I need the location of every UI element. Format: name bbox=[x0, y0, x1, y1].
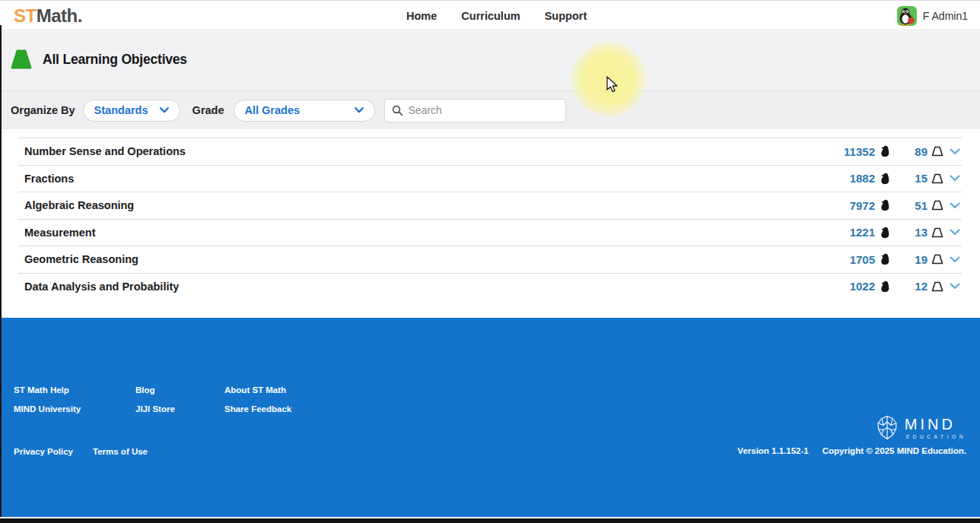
table-row[interactable]: Data Analysis and Probability 1022 12 bbox=[18, 273, 962, 300]
expand-chevron-icon[interactable] bbox=[950, 202, 960, 209]
organize-by-label: Organize By bbox=[11, 104, 75, 116]
window-edge-left bbox=[0, 25, 2, 523]
footer-column-3: About ST Math Share Feedback bbox=[224, 385, 291, 414]
table-row[interactable]: Number Sense and Operations 11352 89 bbox=[18, 138, 962, 165]
footer-link-mind-university[interactable]: MIND University bbox=[14, 404, 81, 414]
table-row[interactable]: Fractions 1882 15 bbox=[18, 165, 962, 192]
footer-link-st-math-help[interactable]: ST Math Help bbox=[14, 385, 81, 395]
mind-logo-text: MIND bbox=[905, 417, 956, 432]
objective-count: 51 bbox=[891, 199, 928, 212]
row-label: Algebraic Reasoning bbox=[18, 199, 134, 211]
footer: ST Math Help MIND University Blog JIJI S… bbox=[0, 318, 980, 517]
grade-label: Grade bbox=[192, 104, 224, 116]
mind-logo-subtext: EDUCATION bbox=[906, 434, 966, 439]
trapezoid-icon bbox=[931, 253, 944, 265]
puzzle-count: 1882 bbox=[820, 172, 875, 185]
puzzle-count: 1221 bbox=[820, 226, 875, 239]
page-title: All Learning Objectives bbox=[43, 52, 187, 68]
page-header: All Learning Objectives bbox=[0, 31, 980, 90]
row-label: Geometric Reasoning bbox=[18, 253, 138, 265]
stmath-logo[interactable]: STMath. bbox=[14, 5, 82, 27]
logo-math-text: Math. bbox=[37, 5, 82, 26]
expand-chevron-icon[interactable] bbox=[950, 283, 960, 290]
row-label: Number Sense and Operations bbox=[18, 145, 186, 157]
nav-link-home[interactable]: Home bbox=[406, 10, 437, 22]
jiji-penguin-icon bbox=[879, 253, 891, 265]
expand-chevron-icon[interactable] bbox=[950, 175, 960, 182]
nav-links: Home Curriculum Support bbox=[406, 1, 587, 31]
learning-objective-trapezoid-icon bbox=[11, 49, 32, 69]
jiji-penguin-icon bbox=[879, 227, 891, 239]
mind-brain-icon bbox=[875, 415, 899, 441]
search-icon bbox=[392, 105, 403, 116]
puzzle-count: 1705 bbox=[820, 253, 875, 266]
mind-education-logo: MIND EDUCATION bbox=[875, 415, 966, 441]
table-row[interactable]: Algebraic Reasoning 7972 51 bbox=[18, 192, 962, 219]
objective-count: 89 bbox=[891, 145, 928, 158]
expand-chevron-icon[interactable] bbox=[950, 148, 960, 155]
window-edge-bottom bbox=[0, 518, 980, 523]
logo-st-text: ST bbox=[14, 5, 37, 26]
grade-select[interactable]: All Grades bbox=[234, 100, 375, 122]
footer-link-terms-of-use[interactable]: Terms of Use bbox=[93, 446, 148, 457]
objective-count: 15 bbox=[891, 172, 928, 185]
search-input[interactable] bbox=[409, 104, 558, 116]
row-label: Measurement bbox=[18, 227, 95, 239]
organize-by-value: Standards bbox=[94, 104, 148, 116]
jiji-penguin-icon bbox=[879, 199, 891, 211]
objective-count: 19 bbox=[891, 253, 928, 266]
footer-meta: Version 1.1.152-1 Copyright © 2025 MIND … bbox=[737, 446, 966, 455]
puzzle-count: 7972 bbox=[820, 199, 875, 212]
footer-link-privacy-policy[interactable]: Privacy Policy bbox=[14, 446, 73, 457]
version-label: Version 1.1.152-1 bbox=[737, 446, 808, 455]
filter-bar: Organize By Standards Grade All Grades bbox=[0, 90, 980, 129]
objective-count: 13 bbox=[891, 226, 928, 239]
expand-chevron-icon[interactable] bbox=[950, 256, 960, 263]
table-row[interactable]: Measurement 1221 13 bbox=[18, 219, 962, 246]
puzzle-count: 1022 bbox=[820, 280, 875, 293]
jiji-penguin-icon bbox=[879, 173, 891, 185]
footer-column-2: Blog JIJI Store bbox=[135, 385, 175, 414]
puzzle-count: 11352 bbox=[820, 145, 875, 158]
organize-by-select[interactable]: Standards bbox=[83, 100, 180, 122]
footer-link-share-feedback[interactable]: Share Feedback bbox=[224, 404, 291, 414]
jiji-avatar-icon bbox=[897, 6, 917, 26]
footer-legal-links: Privacy Policy Terms of Use bbox=[14, 446, 148, 457]
footer-column-1: ST Math Help MIND University bbox=[14, 385, 81, 414]
chevron-down-icon bbox=[355, 107, 364, 113]
objective-count: 12 bbox=[891, 280, 928, 293]
row-label: Fractions bbox=[18, 173, 74, 185]
nav-link-support[interactable]: Support bbox=[545, 10, 587, 22]
chevron-down-icon bbox=[160, 107, 169, 113]
trapezoid-icon bbox=[931, 145, 944, 157]
grade-value: All Grades bbox=[245, 104, 301, 116]
footer-link-blog[interactable]: Blog bbox=[135, 385, 175, 395]
learning-objectives-table: Number Sense and Operations 11352 89 Fra… bbox=[0, 129, 980, 318]
user-name: F Admin1 bbox=[923, 10, 968, 22]
expand-chevron-icon[interactable] bbox=[950, 229, 960, 236]
jiji-penguin-icon bbox=[879, 145, 891, 157]
jiji-avatar bbox=[897, 6, 917, 26]
jiji-penguin-icon bbox=[879, 281, 891, 293]
nav-link-curriculum[interactable]: Curriculum bbox=[461, 10, 520, 22]
row-label: Data Analysis and Probability bbox=[18, 281, 179, 293]
search-box[interactable] bbox=[384, 99, 566, 122]
footer-link-about-st-math[interactable]: About ST Math bbox=[224, 385, 291, 395]
top-nav-bar: STMath. Home Curriculum Support F Admin1 bbox=[0, 0, 980, 30]
table-row[interactable]: Geometric Reasoning 1705 19 bbox=[18, 246, 962, 273]
trapezoid-icon bbox=[931, 281, 944, 293]
copyright-label: Copyright © 2025 MIND Education. bbox=[822, 446, 966, 455]
trapezoid-icon bbox=[931, 227, 944, 239]
trapezoid-icon bbox=[931, 173, 944, 185]
footer-link-jiji-store[interactable]: JIJI Store bbox=[135, 404, 175, 414]
user-menu[interactable]: F Admin1 bbox=[897, 6, 968, 26]
trapezoid-icon bbox=[931, 199, 944, 211]
